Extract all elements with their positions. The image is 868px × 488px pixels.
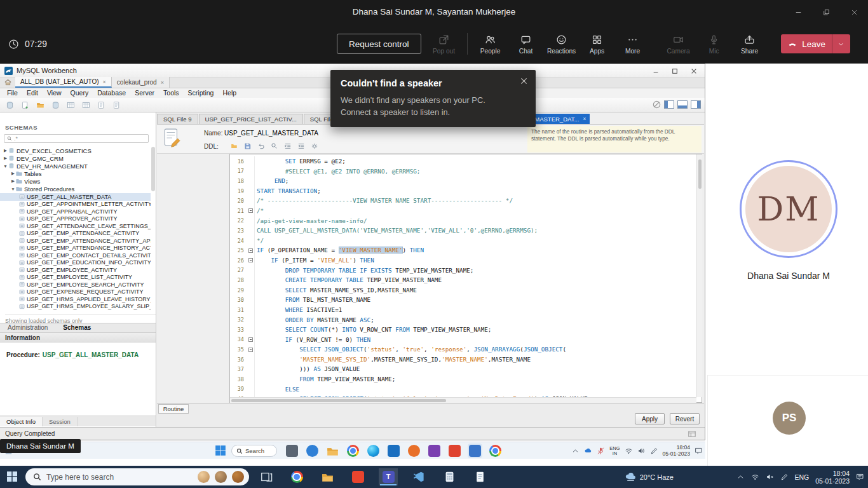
mic-button[interactable]: Mic	[696, 34, 732, 55]
routine-tab[interactable]: Routine	[158, 404, 189, 414]
tree-item-views[interactable]: ▶Views	[0, 177, 151, 185]
wb-maximize-button[interactable]	[665, 64, 684, 78]
task-view-icon[interactable]	[257, 468, 276, 485]
linkedin-icon[interactable]	[386, 444, 401, 458]
chevron-up-icon[interactable]	[736, 473, 745, 481]
action-center-icon[interactable]	[856, 473, 864, 481]
horizontal-scrollbar[interactable]	[230, 397, 696, 403]
menu-server[interactable]: Server	[130, 88, 159, 98]
menu-file[interactable]: File	[3, 88, 22, 98]
outdent-icon[interactable]	[296, 142, 306, 151]
menu-scripting[interactable]: Scripting	[184, 88, 219, 98]
teams-icon[interactable]: T	[379, 468, 398, 485]
maximize-button[interactable]	[812, 0, 840, 24]
firefox-icon[interactable]	[407, 444, 421, 458]
tree-item-dev-gmc-crm[interactable]: ▶DEV_GMC_CRM	[0, 154, 151, 162]
calculator-icon[interactable]	[440, 468, 459, 485]
chrome-icon[interactable]	[287, 468, 306, 485]
search-icon[interactable]	[269, 142, 279, 151]
create-view-icon[interactable]	[80, 100, 92, 111]
save-script-icon[interactable]	[243, 142, 252, 151]
reactions-button[interactable]: Reactions	[544, 34, 580, 55]
fold-marker-icon[interactable]	[248, 348, 253, 352]
minimize-button[interactable]	[784, 0, 812, 24]
search-highlight-icon[interactable]	[198, 471, 210, 483]
more-button[interactable]: More	[615, 34, 651, 55]
tab-session[interactable]: Session	[43, 417, 78, 426]
taskbar-search[interactable]: Search	[231, 445, 277, 457]
app-red-icon[interactable]	[447, 444, 462, 458]
request-control-button[interactable]: Request control	[337, 34, 421, 54]
procedure-item[interactable]: USP_GET_EMP_CONTACT_DETAILS_ACTIVITY	[0, 252, 151, 259]
menu-database[interactable]: Database	[93, 88, 130, 98]
tab-administration[interactable]: Administration	[0, 323, 55, 332]
create-function-icon[interactable]	[111, 100, 122, 111]
chevron-up-icon[interactable]	[571, 447, 580, 455]
notifications-icon[interactable]	[695, 447, 703, 455]
menu-view[interactable]: View	[43, 88, 66, 98]
menu-edit[interactable]: Edit	[22, 88, 43, 98]
procedure-item[interactable]: USP_GET_HRMS_APPLIED_LEAVE_HISTORY_A	[0, 295, 151, 303]
tab-schemas[interactable]: Schemas	[55, 323, 98, 332]
edge-icon[interactable]	[366, 444, 381, 458]
procedure-item[interactable]: USP_GET_ATTENDANCE_LEAVE_SETTINGS_AC	[0, 222, 151, 230]
participant-tile-corner[interactable]: PS	[707, 375, 868, 466]
procedure-item[interactable]: USP_GET_ALL_MASTER_DATA	[0, 193, 151, 201]
fold-marker-icon[interactable]	[248, 248, 253, 253]
close-tab-icon[interactable]: ×	[103, 79, 106, 85]
procedure-item[interactable]: USP_GET_EMPLOYEE_SEARCH_ACTIVITY	[0, 281, 151, 288]
active-editor-tab[interactable]: _MASTER_DAT... ×	[527, 114, 590, 124]
procedure-item[interactable]: USP_GET_APPRAISAL_ACTIVITY	[0, 208, 151, 215]
adobe-app-icon[interactable]	[348, 468, 367, 485]
fold-marker-icon[interactable]	[248, 337, 253, 342]
open-script-icon[interactable]	[229, 142, 239, 151]
options-icon[interactable]	[309, 142, 319, 151]
language-indicator[interactable]: ENG	[795, 473, 810, 481]
wifi-icon[interactable]	[751, 473, 759, 481]
chat-icon[interactable]	[305, 444, 320, 458]
procedure-item[interactable]: USP_GET_EMPLOYEE_LIST_ACTIVITY	[0, 274, 151, 281]
wb-close-button[interactable]	[684, 64, 703, 78]
close-tab-icon[interactable]: ×	[161, 79, 164, 86]
apps-button[interactable]: Apps	[580, 34, 615, 55]
open-script-icon[interactable]	[34, 100, 46, 111]
revert-button[interactable]: Revert	[670, 413, 700, 424]
share-button[interactable]: Share	[732, 34, 768, 55]
status-panel-icon[interactable]	[688, 430, 696, 438]
fold-marker-icon[interactable]	[248, 258, 253, 262]
procedure-item[interactable]: USP_GET_EMPLOYEE_ACTIVITY	[0, 266, 151, 274]
expand-icon[interactable]: ▶	[10, 171, 16, 176]
revert-icon[interactable]	[256, 142, 266, 151]
chrome-icon[interactable]	[346, 444, 360, 458]
procedure-item[interactable]: USP_GET_EMP_ATTENDANCE_ACTIVITY	[0, 230, 151, 238]
schema-filter-input[interactable]: .*	[4, 134, 149, 143]
tab-object-info[interactable]: Object Info	[0, 417, 43, 426]
search-highlight-icon[interactable]	[215, 471, 227, 483]
volume-icon[interactable]	[637, 447, 646, 455]
notepad-icon[interactable]	[285, 444, 299, 458]
close-button[interactable]	[840, 0, 868, 24]
tree-item-dev-excel-cosmetics[interactable]: ▶DEV_EXCEL_COSMETICS	[0, 147, 151, 154]
apply-button[interactable]: Apply	[635, 413, 665, 424]
ddl-code-editor[interactable]: 16 SET ERRMSG = @E2;17 #SELECT @E1, @E2 …	[229, 154, 702, 403]
create-table-icon[interactable]	[65, 100, 76, 111]
volume-muted-icon[interactable]	[766, 473, 774, 481]
pen-icon[interactable]	[650, 447, 658, 455]
collapse-icon[interactable]: ▼	[3, 164, 8, 168]
people-button[interactable]: People	[473, 34, 508, 55]
procedure-item[interactable]: USP_GET_EMP_ATTENDANCE_ACTIVITY_APP	[0, 237, 151, 245]
close-tab-icon[interactable]: ×	[583, 116, 586, 122]
vscode-icon[interactable]	[409, 468, 428, 485]
onedrive-icon[interactable]	[584, 447, 592, 455]
vertical-scrollbar[interactable]	[696, 154, 702, 397]
collapse-icon[interactable]: ▼	[10, 187, 16, 191]
mic-muted-icon[interactable]	[597, 447, 605, 455]
procedure-item[interactable]: USP_GET_APPROVER_ACTIVITY	[0, 215, 151, 223]
chat-button[interactable]: Chat	[508, 34, 544, 55]
camera-button[interactable]: Camera	[661, 34, 696, 55]
procedure-item[interactable]: USP_GET_EMP_EDUCATION_INFO_ACTIVITY	[0, 259, 151, 267]
weather-widget[interactable]: 20°C Haze	[625, 466, 674, 488]
file-explorer-icon[interactable]	[325, 444, 340, 458]
toggle-bottom-panel-icon[interactable]	[677, 100, 688, 109]
create-procedure-icon[interactable]	[95, 100, 107, 111]
